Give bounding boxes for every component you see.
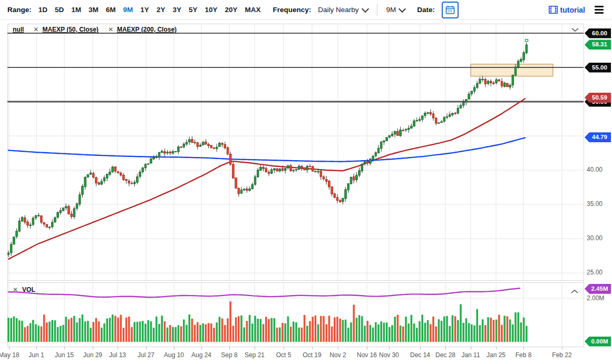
time-axis-tick	[496, 347, 497, 349]
frequency-label: Frequency:	[273, 6, 311, 14]
time-axis-tick	[255, 347, 255, 349]
time-axis-tick	[367, 347, 367, 349]
time-axis-tick	[445, 347, 446, 349]
close-icon[interactable]: ✕	[108, 26, 113, 33]
range-option-9m[interactable]: 9M	[123, 6, 133, 14]
price-legend: null✕MAEXP (50, Close)✕MAEXP (200, Close…	[13, 26, 177, 33]
time-axis-tick	[174, 347, 174, 349]
range-option-10y[interactable]: 10Y	[205, 6, 217, 14]
time-axis-tick	[338, 347, 338, 349]
range-label: Range:	[7, 6, 32, 14]
price-axis-label: 30.00	[587, 234, 603, 242]
time-axis-label: Jul 13	[109, 351, 126, 359]
range-option-5y[interactable]: 5Y	[189, 6, 198, 14]
time-axis-label: Feb 22	[552, 351, 571, 359]
chevron-down-icon	[361, 5, 368, 12]
range-option-3y[interactable]: 3Y	[172, 6, 181, 14]
time-axis-tick	[523, 347, 524, 349]
legend-label: MAEXP (200, Close)	[117, 26, 177, 33]
vol-tag-last: 2.45M	[585, 284, 611, 294]
volume-axis-label: 2.00M	[587, 294, 604, 302]
range-option-3m[interactable]: 3M	[89, 6, 99, 14]
range-option-max[interactable]: MAX	[245, 6, 260, 14]
time-axis-tick	[64, 347, 65, 349]
range-option-6m[interactable]: 6M	[106, 6, 116, 14]
close-icon[interactable]: ✕	[13, 286, 18, 293]
legend-label: MAEXP (50, Close)	[42, 26, 98, 33]
time-axis-tick	[201, 347, 202, 349]
calendar-button[interactable]	[442, 2, 459, 18]
chevron-up-icon	[570, 289, 579, 294]
time-axis-tick	[36, 347, 37, 349]
tutorial-link[interactable]: tutorial	[549, 6, 585, 14]
price-axis-label: 25.00	[587, 269, 603, 276]
range-option-1m[interactable]: 1M	[71, 6, 81, 14]
price-axis-label: 35.00	[587, 200, 603, 208]
time-axis-label: Jun 29	[83, 351, 102, 359]
volume-chart-svg	[7, 282, 584, 347]
price-tag-60: 60.00	[585, 28, 611, 38]
time-axis-tick	[9, 347, 9, 349]
price-tag-55: 55.00	[585, 63, 611, 73]
volume-pane-collapse-button[interactable]	[570, 289, 579, 294]
time-axis-label: Oct 5	[276, 351, 292, 359]
time-axis-tick	[471, 347, 471, 349]
tutorial-label: tutorial	[560, 6, 585, 14]
time-axis-label: May 18	[0, 351, 20, 359]
frequency-value: Daily Nearby	[318, 6, 358, 14]
film-icon	[549, 6, 558, 14]
range-options: 1D5D1M3M6M9M1Y2Y3Y5Y10Y20YMAX	[38, 6, 261, 14]
volume-legend-label: VOL	[22, 286, 35, 293]
volume-chart-canvas[interactable]	[7, 282, 584, 347]
time-axis-label: Jun 1	[28, 351, 44, 359]
volume-legend: ✕ VOL	[13, 286, 35, 293]
price-pane-collapse-button[interactable]	[571, 27, 579, 32]
time-axis-label: Nov 2	[329, 351, 346, 359]
time-axis-tick	[562, 347, 562, 349]
time-axis-label: Nov 16	[357, 351, 377, 359]
time-axis-label: Jul 27	[138, 351, 154, 359]
period-value: 9M	[386, 6, 396, 14]
time-axis-label: Sep 8	[221, 351, 237, 359]
time-axis-tick	[389, 347, 390, 349]
legend-item: ✕MAEXP (50, Close)	[33, 26, 99, 33]
time-axis-tick	[146, 347, 147, 349]
time-axis-label: Jan 25	[487, 351, 506, 359]
toolbar-separator	[377, 4, 377, 16]
time-axis-tick	[229, 347, 230, 349]
range-option-1d[interactable]: 1D	[38, 6, 47, 14]
price-axis-label: 40.00	[587, 166, 603, 173]
chevron-down-icon	[571, 27, 579, 32]
time-axis-label: Dec 28	[435, 351, 455, 359]
time-axis-label: Oct 19	[303, 351, 321, 359]
price-tag-ma200: 44.79	[585, 132, 611, 142]
price-chart-canvas[interactable]	[7, 24, 584, 281]
range-option-1y[interactable]: 1Y	[140, 6, 149, 14]
legend-item: ✕MAEXP (200, Close)	[108, 26, 177, 33]
time-axis-label: Sep 21	[245, 351, 265, 359]
time-axis-label: Dec 14	[410, 351, 430, 359]
price-tag-ma50: 50.59	[585, 93, 611, 103]
period-dropdown[interactable]: 9M	[386, 6, 405, 14]
time-axis-tick	[93, 347, 93, 349]
frequency-dropdown[interactable]: Daily Nearby	[318, 6, 367, 14]
time-axis-label: Nov 30	[379, 351, 399, 359]
legend-item: null	[13, 26, 24, 33]
price-gridlines	[7, 24, 584, 280]
time-axis-label: Jun 15	[55, 351, 74, 359]
volume-ma-line	[8, 288, 520, 297]
price-axis: 40.0035.0030.0025.002.00M60.0058.3155.00…	[584, 0, 612, 364]
legend-label: null	[13, 26, 24, 33]
close-icon[interactable]: ✕	[33, 26, 38, 33]
annotation-box	[471, 64, 553, 76]
range-option-20y[interactable]: 20Y	[225, 6, 237, 14]
time-axis-tick	[284, 347, 284, 349]
date-label: Date:	[417, 6, 435, 14]
range-option-2y[interactable]: 2Y	[157, 6, 166, 14]
volume-bars-group	[7, 301, 527, 342]
chevron-down-icon	[399, 5, 406, 12]
range-option-5d[interactable]: 5D	[55, 6, 64, 14]
time-axis-label: Jan 11	[461, 351, 480, 359]
time-axis-label: Feb 8	[516, 351, 532, 359]
forming-candle-marker	[526, 40, 528, 42]
